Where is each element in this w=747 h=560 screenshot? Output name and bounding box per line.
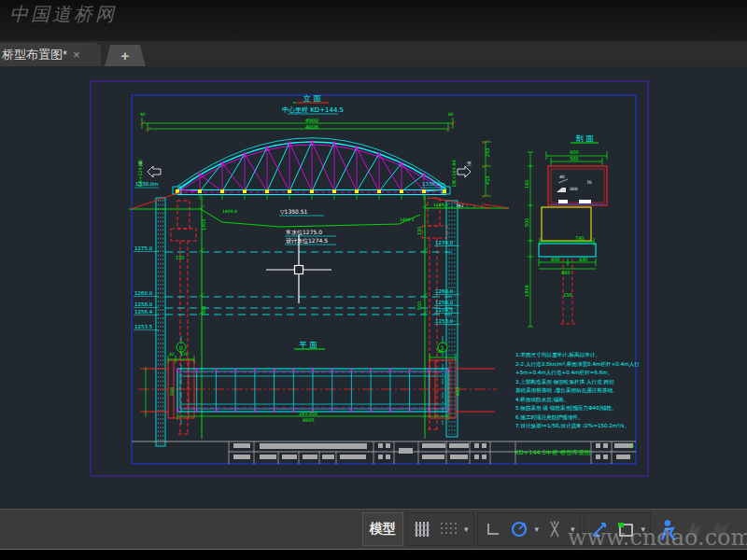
- svg-text:1260.0: 1260.0: [435, 288, 454, 294]
- title-block: KD+144.5中桥 桥型布置图 2: [132, 441, 636, 464]
- tab-bridge-layout[interactable]: 桥型布置图* ×: [0, 43, 101, 66]
- svg-text:42: 42: [169, 352, 175, 357]
- svg-text:60: 60: [448, 112, 454, 117]
- svg-text:2: 2: [631, 443, 634, 449]
- crosshair-cursor: [266, 235, 331, 303]
- direction-arrow-right: [458, 166, 471, 177]
- polar-tracking-icon: [509, 519, 529, 539]
- svg-text:430: 430: [579, 257, 588, 262]
- svg-text:6.施工时须注意防护预埋件。: 6.施工时须注意防护预埋件。: [515, 414, 583, 421]
- svg-text:4.桥面设防水层,铺装。: 4.桥面设防水层,铺装。: [515, 397, 569, 403]
- svg-text:660: 660: [169, 386, 175, 396]
- svg-text:1253.0: 1253.0: [435, 318, 454, 324]
- plus-icon: +: [121, 49, 130, 63]
- isometric-drafting-button[interactable]: [543, 518, 566, 540]
- svg-text:3.上部构造采用 钢管砼系杆拱 人行道 跨径: 3.上部构造采用 钢管砼系杆拱 人行道 跨径: [515, 379, 614, 385]
- svg-text:1258.0: 1258.0: [134, 301, 153, 307]
- section-view: 剖 面 600 560 40 70 300 150 740 400 430 86…: [524, 134, 607, 327]
- cad-drawing-area[interactable]: 立 面 中心里程 KD+144.5 4900 4006 40 60: [0, 66, 747, 509]
- svg-text:500: 500: [524, 217, 529, 227]
- svg-text:1274.0: 1274.0: [435, 240, 454, 245]
- svg-text:1258.0: 1258.0: [435, 300, 454, 305]
- svg-text:500: 500: [201, 305, 206, 315]
- plan-view: 平 面 42 170 38 14×350 4900 660: [138, 341, 497, 423]
- cad-viewport[interactable]: 立 面 中心里程 KD+144.5 4900 4006 40 60: [0, 66, 747, 509]
- drawing-tab-bar: 桥型布置图* × +: [0, 41, 747, 66]
- svg-text:740: 740: [575, 235, 585, 241]
- svg-text:600: 600: [570, 149, 579, 155]
- snap-mode-button[interactable]: [437, 518, 459, 540]
- window-title-bar: 中国道桥网: [0, 0, 747, 41]
- model-label: 模型: [370, 521, 396, 538]
- svg-text:400: 400: [551, 257, 560, 262]
- dot-grid-icon: [439, 520, 458, 539]
- svg-text:160: 160: [524, 179, 529, 189]
- svg-text:70: 70: [586, 180, 592, 185]
- svg-text:253: 253: [485, 147, 490, 157]
- watermark-bottom: www.cndao.com: [568, 525, 747, 551]
- new-tab-button[interactable]: +: [105, 45, 146, 66]
- svg-text:1409.4: 1409.4: [222, 209, 237, 214]
- grid-display-button[interactable]: [411, 518, 433, 540]
- svg-text:660: 660: [455, 386, 460, 396]
- svg-text:▽1350.51: ▽1350.51: [280, 208, 308, 215]
- svg-text:38: 38: [437, 349, 443, 354]
- svg-text:170: 170: [180, 352, 189, 357]
- direction-arrow-left: [148, 166, 161, 177]
- svg-text:1848: 1848: [524, 285, 529, 297]
- svg-text:1.本图尺寸均以厘米计,标高以米计。: 1.本图尺寸均以厘米计,标高以米计。: [515, 352, 600, 358]
- svg-text:常水位1275.0: 常水位1275.0: [286, 229, 322, 235]
- svg-text:0: 0: [179, 344, 183, 351]
- notes-block: 1.本图尺寸均以厘米计,标高以米计。 2-2.人行道3.5kn/m²,桥面净宽0…: [515, 352, 640, 429]
- svg-text:1349.5: 1349.5: [433, 203, 448, 207]
- svg-text:1256.4: 1256.4: [134, 309, 153, 315]
- svg-text:至: 至: [467, 161, 472, 166]
- svg-text:1400: 1400: [201, 218, 206, 231]
- svg-text:150: 150: [176, 255, 185, 260]
- svg-text:立 面: 立 面: [303, 94, 322, 103]
- tab-label: 桥型布置图*: [2, 47, 67, 63]
- svg-text:5.钢筋采用 级 锚栓采用[预应力Φ40]锚栓。: 5.钢筋采用 级 锚栓采用[预应力Φ40]锚栓。: [515, 405, 617, 412]
- svg-text:1275.0: 1275.0: [134, 245, 153, 251]
- drafting-modes-group: ▾ ▾: [477, 512, 581, 546]
- svg-text:平 面: 平 面: [300, 341, 318, 349]
- svg-text:40: 40: [140, 112, 146, 117]
- svg-text:4006: 4006: [305, 124, 318, 130]
- svg-text:300: 300: [570, 187, 578, 191]
- snap-dropdown-arrow[interactable]: ▾: [464, 525, 469, 534]
- svg-text:基础采用桩基础 ,墩台采用钻孔灌注桩基础。: 基础采用桩基础 ,墩台采用钻孔灌注桩基础。: [515, 387, 618, 394]
- svg-text:560: 560: [570, 156, 579, 161]
- svg-text:742: 742: [456, 203, 464, 208]
- svg-text:7.设计纵坡i=1/50,设计流量 /2%=150.2m³/: 7.设计纵坡i=1/50,设计流量 /2%=150.2m³/s。: [515, 423, 629, 429]
- svg-text:1338.0m: 1338.0m: [422, 181, 445, 187]
- grid-snap-group: ▾: [406, 512, 474, 546]
- svg-text:1260.0: 1260.0: [134, 290, 153, 296]
- svg-text:剖 面: 剖 面: [576, 134, 595, 143]
- svg-text:中心里程 KD+144.5: 中心里程 KD+144.5: [282, 106, 344, 114]
- svg-text:2-2.人行道3.5kn/m²,桥面净宽0.4m栏杆+0.4: 2-2.人行道3.5kn/m²,桥面净宽0.4m栏杆+0.4m人行: [515, 361, 640, 368]
- svg-text:150: 150: [563, 292, 572, 298]
- svg-text:40: 40: [559, 175, 565, 179]
- svg-text:1253.5: 1253.5: [134, 324, 153, 329]
- model-space-button[interactable]: 模型: [362, 512, 403, 546]
- svg-text:500: 500: [416, 301, 422, 310]
- svg-text:4900: 4900: [303, 417, 315, 423]
- polar-tracking-button[interactable]: [508, 518, 530, 540]
- svg-text:14×350: 14×350: [299, 411, 317, 416]
- svg-text:1338.0m: 1338.0m: [135, 181, 159, 187]
- isodraft-icon: [545, 520, 564, 539]
- drawing-title: KD+144.5中桥 桥型布置图: [515, 449, 591, 456]
- svg-text:1254.5: 1254.5: [435, 307, 454, 313]
- grid-icon: [413, 520, 431, 539]
- svg-text:+5m+0.4m人行道+0.4m栏杆=6.6m。: +5m+0.4m人行道+0.4m栏杆=6.6m。: [515, 370, 613, 376]
- ortho-icon: [484, 520, 502, 539]
- ortho-mode-button[interactable]: [482, 518, 504, 540]
- polar-dropdown-arrow[interactable]: ▾: [535, 525, 540, 534]
- svg-text:DK+164.94: DK+164.94: [451, 160, 457, 187]
- svg-text:1409.1: 1409.1: [400, 217, 415, 222]
- svg-text:150: 150: [416, 226, 422, 235]
- svg-text:860: 860: [561, 270, 571, 275]
- svg-text:4900: 4900: [305, 118, 318, 123]
- watermark-top: 中国道桥网: [9, 2, 117, 27]
- tab-close-icon[interactable]: ×: [73, 48, 80, 62]
